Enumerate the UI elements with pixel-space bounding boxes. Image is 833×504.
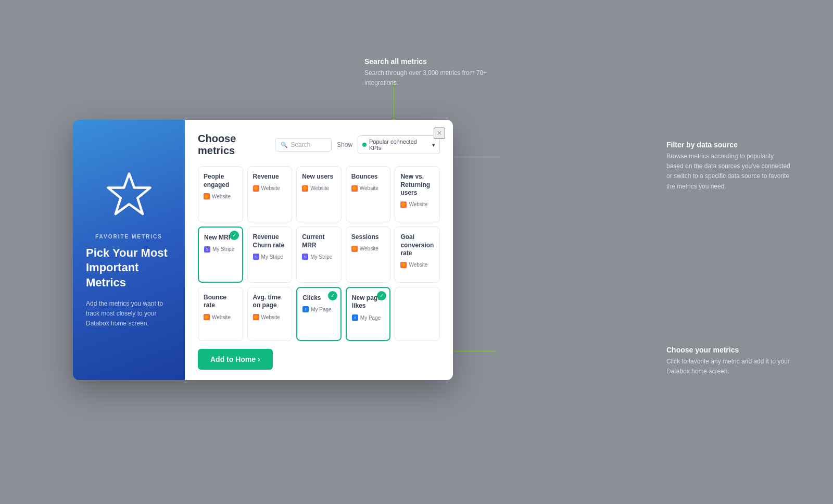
source-name: Website — [360, 246, 378, 251]
source-name: Website — [261, 185, 280, 191]
connector-filter — [449, 157, 500, 157]
check-badge: ✓ — [328, 291, 337, 300]
metric-card[interactable]: ✓Sessions🔶Website — [346, 226, 391, 283]
metric-card[interactable]: ✓ClicksfMy Page — [296, 287, 342, 341]
metric-source: 🔶Website — [351, 185, 385, 192]
callout-filter-title: Filter by data source — [666, 141, 791, 149]
callout-filter-desc: Browse metrics according to popularity b… — [666, 152, 791, 192]
metric-source: fMy Page — [302, 306, 335, 312]
metric-card[interactable]: ✓Revenue🔶Website — [247, 166, 293, 222]
metric-card[interactable]: ✓New users🔶Website — [296, 166, 342, 222]
metric-name: Bounces — [351, 173, 385, 181]
source-name: Website — [212, 194, 231, 199]
metric-name: People engaged — [204, 173, 237, 189]
metric-card[interactable]: ✓Current MRRSMy Stripe — [296, 226, 342, 283]
metric-name: Bounce rate — [204, 294, 237, 310]
metric-name: Sessions — [351, 233, 385, 242]
metric-name: Current MRR — [302, 233, 336, 249]
source-icon: f — [352, 314, 358, 321]
callout-choose-title: Choose your metrics — [666, 346, 791, 354]
source-icon: 🔶 — [253, 314, 259, 320]
metrics-grid: ✓People engaged🔶Website✓Revenue🔶Website✓… — [198, 166, 440, 341]
choose-metrics-title: Choose metrics — [198, 133, 275, 157]
metric-name: Goal conversion rate — [400, 233, 434, 258]
panel-header: Choose metrics 🔍 Search Show Popular con… — [198, 133, 440, 157]
check-badge: ✓ — [377, 291, 386, 300]
source-icon: 🔶 — [253, 185, 259, 192]
metric-source: 🔶Website — [253, 314, 287, 320]
metric-card[interactable]: ✓Bounce rate🔶Website — [198, 287, 243, 341]
metric-source: SMy Stripe — [204, 246, 237, 253]
filter-dropdown[interactable]: Popular connected KPIs ▾ — [358, 135, 440, 154]
source-icon: 🔶 — [351, 246, 358, 252]
panel-subtitle: Add the metrics you want to track most c… — [86, 299, 172, 329]
panel-title: Pick Your Most Important Metrics — [86, 246, 172, 291]
source-icon: 🔶 — [351, 185, 358, 192]
connector-choose — [449, 351, 496, 351]
metric-source: SMy Stripe — [253, 254, 287, 260]
callout-choose-desc: Click to favorite any metric and add it … — [666, 357, 791, 376]
callout-search: Search all metrics Search through over 3… — [364, 57, 489, 88]
source-icon: S — [253, 254, 259, 260]
metric-source: 🔶Website — [204, 314, 237, 320]
source-icon: 🔶 — [302, 185, 308, 192]
check-badge: ✓ — [230, 231, 239, 240]
metric-card[interactable]: ✓Goal conversion rate🔶Website — [395, 226, 440, 283]
source-name: Website — [360, 185, 378, 191]
source-name: Website — [409, 201, 427, 207]
metric-card[interactable]: ✓Bounces🔶Website — [346, 166, 391, 222]
search-placeholder: Search — [291, 141, 310, 148]
source-name: My Stripe — [261, 254, 283, 260]
metric-name: Revenue — [253, 173, 287, 181]
metric-name: New users — [302, 173, 336, 181]
callout-search-desc: Search through over 3,000 metrics from 7… — [364, 68, 489, 88]
search-icon: 🔍 — [281, 142, 288, 148]
header-controls: 🔍 Search Show Popular connected KPIs ▾ — [275, 135, 440, 154]
source-icon: 🔶 — [204, 314, 210, 320]
metric-card[interactable]: ✓People engaged🔶Website — [198, 166, 243, 222]
close-button[interactable]: × — [434, 128, 445, 139]
metric-source: 🔶Website — [400, 262, 434, 268]
filter-dot — [362, 143, 367, 147]
metric-card[interactable]: ✓Revenue Churn rateSMy Stripe — [247, 226, 293, 283]
search-box[interactable]: 🔍 Search — [275, 138, 332, 152]
connector-search — [394, 82, 394, 120]
metric-name: New vs. Returning users — [400, 173, 434, 197]
source-icon: f — [302, 306, 309, 312]
source-name: My Page — [360, 315, 381, 321]
favorite-metrics-label: FAVORITE METRICS — [95, 234, 162, 240]
metric-source: 🔶Website — [400, 201, 434, 208]
chevron-down-icon: ▾ — [432, 142, 435, 148]
metric-source: 🔶Website — [204, 193, 237, 199]
star-icon — [106, 171, 153, 218]
show-label: Show — [337, 141, 352, 148]
metric-source: 🔶Website — [253, 185, 287, 192]
source-name: Website — [409, 262, 427, 268]
metric-name: Revenue Churn rate — [253, 233, 287, 249]
metric-source: SMy Stripe — [302, 254, 336, 260]
metric-card[interactable]: ✓New page likesfMy Page — [346, 287, 391, 341]
modal-container: FAVORITE METRICS Pick Your Most Importan… — [73, 120, 453, 380]
callout-search-title: Search all metrics — [364, 57, 489, 66]
svg-marker-0 — [108, 173, 150, 213]
right-panel: × Choose metrics 🔍 Search Show Popular c… — [185, 120, 453, 380]
left-panel: FAVORITE METRICS Pick Your Most Importan… — [73, 120, 185, 380]
add-to-home-button[interactable]: Add to Home › — [198, 349, 273, 370]
filter-value: Popular connected KPIs — [369, 138, 430, 151]
source-name: Website — [310, 185, 329, 191]
metric-source: 🔶Website — [351, 246, 385, 252]
source-icon: 🔶 — [400, 262, 407, 268]
source-name: My Stripe — [212, 246, 234, 252]
metric-source: fMy Page — [352, 314, 385, 321]
metric-card[interactable] — [395, 287, 440, 341]
metric-card[interactable]: ✓New vs. Returning users🔶Website — [395, 166, 440, 222]
source-name: Website — [261, 314, 280, 320]
source-name: My Page — [311, 307, 331, 312]
source-icon: 🔶 — [400, 201, 407, 208]
source-icon: S — [302, 254, 308, 260]
metric-card[interactable]: ✓New MRRSMy Stripe — [198, 226, 243, 283]
callout-choose: Choose your metrics Click to favorite an… — [666, 346, 791, 376]
source-icon: S — [204, 246, 210, 253]
metric-card[interactable]: ✓Avg. time on page🔶Website — [247, 287, 293, 341]
source-name: My Stripe — [310, 254, 332, 260]
